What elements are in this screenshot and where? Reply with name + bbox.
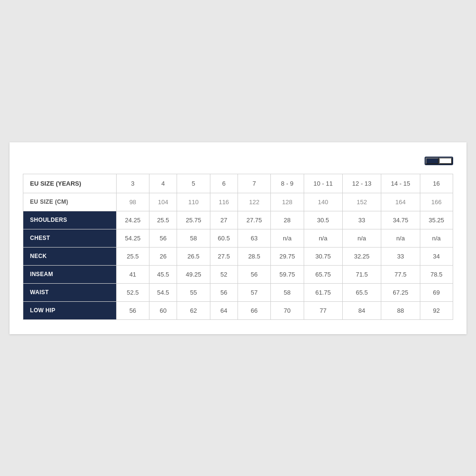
- row-label: INSEAM: [23, 265, 117, 283]
- cell-value: 57: [238, 283, 270, 301]
- card-header: [23, 157, 453, 165]
- cell-value: 56: [116, 301, 149, 319]
- row-label: WAIST: [23, 283, 117, 301]
- cell-value: 84: [342, 301, 381, 319]
- eu-size-cm-value: 140: [304, 193, 342, 211]
- column-header-value: 10 - 11: [304, 174, 342, 193]
- cell-value: 28: [271, 211, 304, 229]
- row-label: SHOULDERS: [23, 211, 117, 229]
- table-row: LOW HIP56606264667077848892: [23, 301, 453, 319]
- column-header-value: 8 - 9: [271, 174, 304, 193]
- cell-value: 61.75: [304, 283, 342, 301]
- column-header-value: 5: [177, 174, 210, 193]
- cell-value: 56: [210, 283, 238, 301]
- eu-size-cm-value: 164: [381, 193, 420, 211]
- cell-value: n/a: [304, 229, 342, 247]
- cell-value: 26: [149, 247, 177, 265]
- cell-value: 62: [177, 301, 210, 319]
- column-header-value: 7: [238, 174, 270, 193]
- cell-value: 25.75: [177, 211, 210, 229]
- eu-size-cm-label: EU SIZE (CM): [23, 193, 117, 211]
- cell-value: 33: [342, 211, 381, 229]
- column-header-value: 3: [116, 174, 149, 193]
- eu-size-cm-value: 128: [271, 193, 304, 211]
- cell-value: 69: [420, 283, 453, 301]
- row-label: CHEST: [23, 229, 117, 247]
- eu-size-cm-value: 152: [342, 193, 381, 211]
- cell-value: 92: [420, 301, 453, 319]
- cell-value: 29.75: [271, 247, 304, 265]
- cell-value: 63: [238, 229, 270, 247]
- column-header-value: 14 - 15: [381, 174, 420, 193]
- cell-value: 52.5: [116, 283, 149, 301]
- row-label: NECK: [23, 247, 117, 265]
- column-header-value: 16: [420, 174, 453, 193]
- cell-value: 25.5: [149, 211, 177, 229]
- cell-value: 32.25: [342, 247, 381, 265]
- cell-value: 60.5: [210, 229, 238, 247]
- cell-value: 66: [238, 301, 270, 319]
- cell-value: 52: [210, 265, 238, 283]
- cell-value: 27: [210, 211, 238, 229]
- table-row: INSEAM4145.549.25525659.7565.7571.577.57…: [23, 265, 453, 283]
- eu-size-cm-value: 116: [210, 193, 238, 211]
- cell-value: 45.5: [149, 265, 177, 283]
- eu-size-cm-value: 104: [149, 193, 177, 211]
- inch-button[interactable]: [439, 158, 452, 164]
- cell-value: 55: [177, 283, 210, 301]
- cell-value: 64: [210, 301, 238, 319]
- column-header-value: 12 - 13: [342, 174, 381, 193]
- cell-value: n/a: [381, 229, 420, 247]
- cell-value: 49.25: [177, 265, 210, 283]
- eu-size-cm-value: 110: [177, 193, 210, 211]
- size-table: EU SIZE (YEARS)345678 - 910 - 1112 - 131…: [23, 174, 453, 320]
- size-guide-card: EU SIZE (YEARS)345678 - 910 - 1112 - 131…: [10, 142, 466, 334]
- cell-value: 33: [381, 247, 420, 265]
- table-row: CHEST54.25565860.563n/an/an/an/an/a: [23, 229, 453, 247]
- cell-value: 58: [177, 229, 210, 247]
- cell-value: 56: [149, 229, 177, 247]
- column-header-row: EU SIZE (YEARS)345678 - 910 - 1112 - 131…: [23, 174, 453, 193]
- cell-value: 34: [420, 247, 453, 265]
- cell-value: 25.5: [116, 247, 149, 265]
- table-row: NECK25.52626.527.528.529.7530.7532.25333…: [23, 247, 453, 265]
- cell-value: 54.25: [116, 229, 149, 247]
- cell-value: 58: [271, 283, 304, 301]
- eu-size-cm-value: 166: [420, 193, 453, 211]
- cell-value: 88: [381, 301, 420, 319]
- eu-size-cm-value: 98: [116, 193, 149, 211]
- cell-value: 28.5: [238, 247, 270, 265]
- cell-value: 26.5: [177, 247, 210, 265]
- cell-value: n/a: [271, 229, 304, 247]
- column-header-label: EU SIZE (YEARS): [23, 174, 117, 193]
- cell-value: 27.75: [238, 211, 270, 229]
- cm-button[interactable]: [426, 158, 439, 164]
- cell-value: 41: [116, 265, 149, 283]
- column-header-value: 6: [210, 174, 238, 193]
- unit-toggle: [425, 157, 453, 165]
- cell-value: 30.5: [304, 211, 342, 229]
- cell-value: 24.25: [116, 211, 149, 229]
- cell-value: n/a: [420, 229, 453, 247]
- eu-size-cm-value: 122: [238, 193, 270, 211]
- cell-value: 56: [238, 265, 270, 283]
- cell-value: 34.75: [381, 211, 420, 229]
- cell-value: 54.5: [149, 283, 177, 301]
- cell-value: 65.75: [304, 265, 342, 283]
- cell-value: n/a: [342, 229, 381, 247]
- cell-value: 30.75: [304, 247, 342, 265]
- row-label: LOW HIP: [23, 301, 117, 319]
- table-row: WAIST52.554.55556575861.7565.567.2569: [23, 283, 453, 301]
- table-row: SHOULDERS24.2525.525.752727.752830.53334…: [23, 211, 453, 229]
- cell-value: 35.25: [420, 211, 453, 229]
- cell-value: 27.5: [210, 247, 238, 265]
- cell-value: 77.5: [381, 265, 420, 283]
- cell-value: 70: [271, 301, 304, 319]
- cell-value: 67.25: [381, 283, 420, 301]
- cell-value: 71.5: [342, 265, 381, 283]
- eu-size-cm-row: EU SIZE (CM)9810411011612212814015216416…: [23, 193, 453, 211]
- cell-value: 77: [304, 301, 342, 319]
- cell-value: 78.5: [420, 265, 453, 283]
- cell-value: 60: [149, 301, 177, 319]
- cell-value: 59.75: [271, 265, 304, 283]
